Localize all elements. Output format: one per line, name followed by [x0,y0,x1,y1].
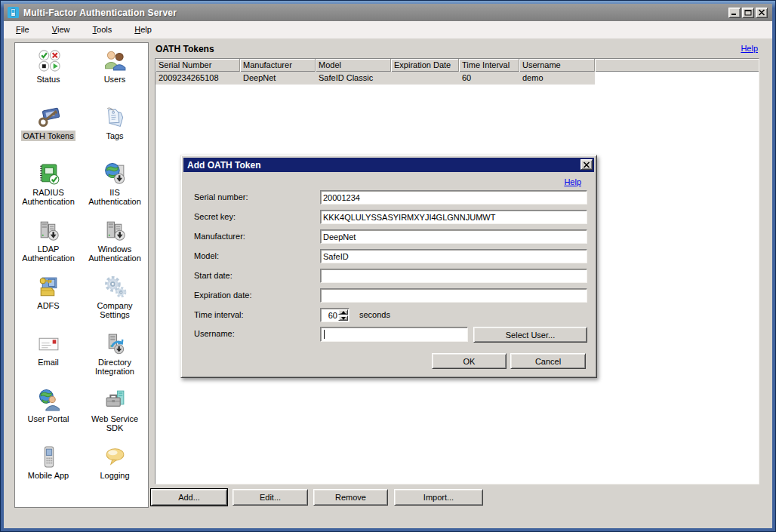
sidebar-item-company-settings[interactable]: Company Settings [82,275,148,331]
main-help-link[interactable]: Help [741,44,758,53]
column-header-username[interactable]: Username [519,59,595,72]
sidebar-item-users[interactable]: Users [82,48,148,105]
cell-time-interval: 60 [459,72,519,85]
dialog-titlebar: Add OATH Token [183,158,594,172]
column-header-filler [595,59,759,72]
username-label: Username: [194,327,315,340]
maximize-icon [744,9,752,16]
sidebar-item-email[interactable]: Email [15,331,82,388]
cell-model: SafeID Classic [316,72,391,85]
web-service-sdk-icon [103,388,128,413]
menu-help[interactable]: Help [132,24,154,35]
username-field[interactable] [320,327,468,342]
oath-tokens-icon [36,105,61,130]
serial-number-field[interactable] [320,190,587,204]
maximize-button[interactable] [742,8,754,18]
time-interval-field[interactable] [322,310,337,320]
time-interval-label: Time interval: [194,308,315,321]
table-row[interactable]: 2009234265108 DeepNet SafeID Classic 60 … [156,72,595,85]
model-field[interactable] [320,249,587,263]
cell-manufacturer: DeepNet [240,72,316,85]
application-window: Multi-Factor Authentication Server File … [0,0,776,532]
sidebar-item-web-service-sdk[interactable]: Web Service SDK [82,388,148,444]
sidebar-item-label: Logging [98,470,131,481]
time-interval-unit: seconds [359,308,390,322]
sidebar-item-windows-authentication[interactable]: Windows Authentication [82,218,148,275]
menu-bar: File View Tools Help [4,21,772,38]
iis-authentication-icon [103,161,128,186]
expiration-date-field[interactable] [320,288,587,303]
window-title: Multi-Factor Authentication Server [23,8,177,18]
sidebar-item-logging[interactable]: Logging [82,444,148,501]
status-icon [36,48,61,73]
add-button[interactable]: Add... [151,489,227,506]
column-header-model[interactable]: Model [316,59,391,72]
dialog-close-button[interactable] [580,159,593,170]
menu-file[interactable]: File [14,24,32,35]
sidebar-item-label: RADIUS Authentication [15,187,82,207]
cell-username: demo [519,72,595,85]
app-icon [8,7,19,18]
start-date-field[interactable] [320,269,587,283]
sidebar-item-user-portal[interactable]: User Portal [15,388,82,444]
column-header-serial-number[interactable]: Serial Number [156,59,240,72]
logging-icon [103,444,128,469]
model-label: Model: [194,249,315,263]
sidebar-item-ldap-authentication[interactable]: LDAP Authentication [15,218,82,275]
ok-button[interactable]: OK [432,353,507,369]
sidebar-item-label: Directory Integration [82,357,148,377]
sidebar-item-directory-integration[interactable]: Directory Integration [82,331,148,388]
sidebar-item-adfs[interactable]: ADFS [15,275,82,331]
sidebar-item-label: Email [36,357,60,367]
sidebar-item-label: ADFS [35,300,60,311]
manufacturer-field[interactable] [320,229,587,244]
remove-button[interactable]: Remove [313,489,388,506]
sidebar-item-label: Tags [104,131,125,141]
windows-authentication-icon [103,218,128,243]
column-header-expiration-date[interactable]: Expiration Date [391,59,459,72]
sidebar-item-label: Web Service SDK [82,414,148,433]
secret-key-field[interactable] [320,210,587,224]
time-interval-stepper [320,308,350,322]
serial-number-label: Serial number: [194,190,315,204]
dialog-help-link[interactable]: Help [564,177,581,186]
sidebar-item-radius-authentication[interactable]: RADIUS Authentication [15,161,82,218]
expiration-date-label: Expiration date: [194,288,315,302]
sidebar: Status Users OATH Tokens [14,42,149,508]
spin-down-button[interactable] [338,315,348,321]
edit-button[interactable]: Edit... [232,489,308,506]
radius-authentication-icon [36,161,61,186]
close-button[interactable] [756,8,768,18]
column-header-manufacturer[interactable]: Manufacturer [240,59,316,72]
sidebar-item-mobile-app[interactable]: Mobile App [15,444,82,501]
window-titlebar: Multi-Factor Authentication Server [4,4,772,21]
spin-up-button[interactable] [338,309,348,315]
arrow-down-icon [341,317,346,320]
sidebar-item-label: Mobile App [26,470,70,481]
import-button[interactable]: Import... [394,489,483,506]
mobile-app-icon [36,444,61,469]
sidebar-item-status[interactable]: Status [15,48,82,105]
page-title: OATH Tokens [156,44,214,54]
column-header-time-interval[interactable]: Time Interval [459,59,519,72]
minimize-button[interactable] [728,8,741,18]
cell-expiration-date [391,72,459,85]
sidebar-item-iis-authentication[interactable]: IIS Authentication [82,161,148,218]
sidebar-item-label: LDAP Authentication [15,244,82,263]
menu-view[interactable]: View [50,24,72,35]
ldap-authentication-icon [36,218,61,243]
arrow-up-icon [341,311,346,314]
close-icon [758,9,765,16]
sidebar-item-label: User Portal [26,414,70,424]
sidebar-item-label: Windows Authentication [82,244,148,263]
menu-tools[interactable]: Tools [91,24,115,35]
sidebar-item-label: IIS Authentication [82,187,148,207]
cancel-button[interactable]: Cancel [510,353,586,369]
spinner-buttons [338,309,348,321]
start-date-label: Start date: [194,269,315,282]
sidebar-item-tags[interactable]: Tags [82,105,148,161]
sidebar-item-oath-tokens[interactable]: OATH Tokens [15,105,82,161]
email-icon [36,331,61,356]
client-area: Status Users OATH Tokens [4,38,772,528]
select-user-button[interactable]: Select User... [473,327,587,343]
